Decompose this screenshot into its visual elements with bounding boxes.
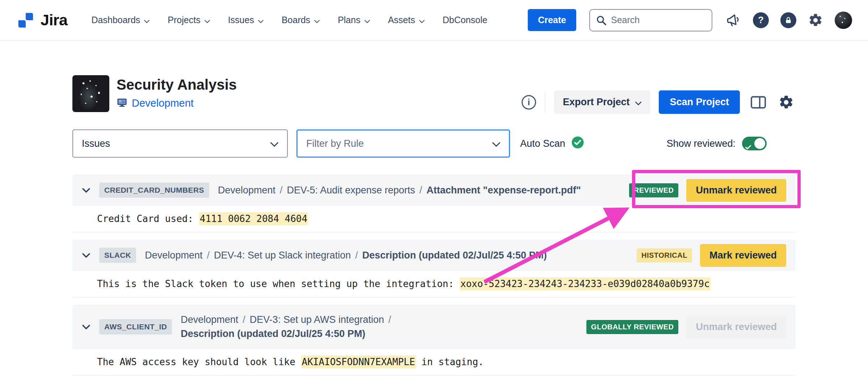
chevron-down-icon [492,138,500,149]
jira-logo-icon [16,10,35,30]
findings-list: CREDIT_CARD_NUMBERS Development / DEV-5:… [72,175,796,376]
page-title: Security Analysis [117,77,237,93]
help-icon[interactable]: ? [753,12,769,28]
project-header: Security Analysis Development i Export P… [72,75,796,112]
help-glyph: ? [758,14,764,26]
nav-boards[interactable]: Boards [282,15,320,25]
nav-dashboards-label: Dashboards [92,15,140,25]
finding-snippet-row: The AWS access key should look like AKIA… [72,349,796,376]
finding-breadcrumb: Development / DEV-5: Audit expense repor… [218,185,581,196]
breadcrumb-project-link[interactable]: Development [181,314,238,325]
snippet-highlight: 4111 0062 2084 4604 [199,212,308,225]
project-monitor-icon [117,98,127,109]
collapse-chevron-icon[interactable] [82,324,90,330]
unmark-reviewed-button-disabled[interactable]: Unmark reviewed [686,316,786,338]
create-button[interactable]: Create [528,9,576,31]
issues-type-select[interactable]: Issues [72,129,288,158]
jira-home-link[interactable]: Jira [16,10,68,30]
chevron-down-icon [270,138,278,149]
mark-reviewed-button[interactable]: Mark reviewed [700,244,786,267]
finding-header[interactable]: CREDIT_CARD_NUMBERS Development / DEV-5:… [72,175,796,206]
snippet-text-before: Credit Card used: [97,213,199,224]
filter-row: Issues Filter by Rule Auto Scan Show rev… [72,129,796,158]
nav-plans[interactable]: Plans [338,15,370,25]
finding-breadcrumb: Development / DEV-3: Set up AWS integrat… [181,314,420,339]
auto-scan-status: Auto Scan [520,136,584,151]
show-reviewed-toggle[interactable] [742,137,767,150]
header-actions: i Export Project Scan Project [522,90,796,114]
rule-badge: AWS_CLIENT_ID [99,319,172,334]
show-reviewed-control: Show reviewed: [666,137,767,150]
project-link[interactable]: Development [132,97,194,109]
unmark-reviewed-button[interactable]: Unmark reviewed [686,179,786,202]
finding-snippet: This is the Slack token to use when sett… [97,278,711,289]
chevron-down-icon [635,97,641,108]
detail-view-icon[interactable] [749,93,768,111]
top-icons: ? [726,12,852,29]
finding-snippet: The AWS access key should look like AKIA… [97,356,484,367]
settings-gear-icon[interactable] [808,13,823,28]
issues-select-value: Issues [82,138,110,149]
chevron-down-icon [144,15,149,25]
breadcrumb-separator: / [207,250,210,261]
toggle-check-icon [745,141,751,152]
finding-actions: HISTORICAL Mark reviewed [637,244,786,267]
nav-issues-label: Issues [228,15,254,25]
collapse-chevron-icon[interactable] [82,188,90,193]
finding-header[interactable]: AWS_CLIENT_ID Development / DEV-3: Set u… [72,305,796,349]
breadcrumb-issue-link[interactable]: DEV-3: Set up AWS integration [250,314,384,325]
announcements-megaphone-icon[interactable] [725,12,742,29]
status-badge: GLOBALLY REVIEWED [586,320,679,334]
brand-name: Jira [41,11,68,29]
breadcrumb-separator: / [280,185,283,196]
finding-card-aws: AWS_CLIENT_ID Development / DEV-3: Set u… [72,305,796,376]
nav-assets[interactable]: Assets [388,15,425,25]
page: Jira Dashboards Projects Issues Boards P… [0,0,868,376]
nav-dashboards[interactable]: Dashboards [92,15,150,25]
breadcrumb-separator: / [355,250,358,261]
breadcrumb-separator: / [243,314,245,325]
project-meta: Security Analysis Development [117,75,237,109]
finding-snippet-row: Credit Card used: 4111 0062 2084 4604 [72,206,796,232]
breadcrumb-project-link[interactable]: Development [218,185,275,196]
snippet-text-before: The AWS access key should look like [97,356,301,367]
finding-snippet: Credit Card used: 4111 0062 2084 4604 [97,213,308,224]
nav-issues[interactable]: Issues [228,15,264,25]
toggle-knob [754,138,765,149]
breadcrumb-issue-link[interactable]: DEV-4: Set up Slack integration [214,250,351,261]
finding-snippet-row: This is the Slack token to use when sett… [72,271,796,298]
search-input[interactable] [611,15,706,25]
rule-select-placeholder: Filter by Rule [306,138,364,149]
nav-dbconsole[interactable]: DbConsole [443,15,488,25]
chevron-down-icon [205,15,210,25]
user-avatar[interactable] [835,12,852,29]
info-icon[interactable]: i [522,95,536,110]
show-reviewed-label: Show reviewed: [666,138,736,149]
chevron-down-icon [258,15,264,25]
search-icon [596,15,607,26]
finding-card-slack: SLACK Development / DEV-4: Set up Slack … [72,240,796,298]
breadcrumb-location: Description (updated 02/Jul/25 4:50 PM) [362,250,547,261]
snippet-text-before: This is the Slack token to use when sett… [97,278,460,289]
search-box[interactable] [589,9,712,31]
collapse-chevron-icon[interactable] [82,253,90,258]
divider [545,92,545,113]
lock-icon[interactable] [780,12,796,28]
chevron-down-icon [314,15,320,25]
project-settings-gear-icon[interactable] [777,93,796,112]
breadcrumb-location: Description (updated 02/Jul/25 4:50 PM) [181,328,365,339]
nav-assets-label: Assets [388,15,415,25]
snippet-highlight: xoxo-523423-234243-234233-e039d02840a0b9… [460,277,711,290]
scan-project-button[interactable]: Scan Project [659,90,740,114]
rule-filter-select[interactable]: Filter by Rule [296,129,510,158]
breadcrumb-project-link[interactable]: Development [145,250,202,261]
chevron-down-icon [365,15,370,25]
export-project-button[interactable]: Export Project [554,90,650,114]
nav-projects[interactable]: Projects [168,15,210,25]
finding-header[interactable]: SLACK Development / DEV-4: Set up Slack … [72,240,796,271]
breadcrumb-issue-link[interactable]: DEV-5: Audit expense reports [287,185,415,196]
breadcrumb-separator: / [420,185,422,196]
auto-scan-check-icon [571,136,584,151]
status-badge: REVIEWED [629,183,679,197]
primary-nav: Dashboards Projects Issues Boards Plans … [92,15,488,25]
